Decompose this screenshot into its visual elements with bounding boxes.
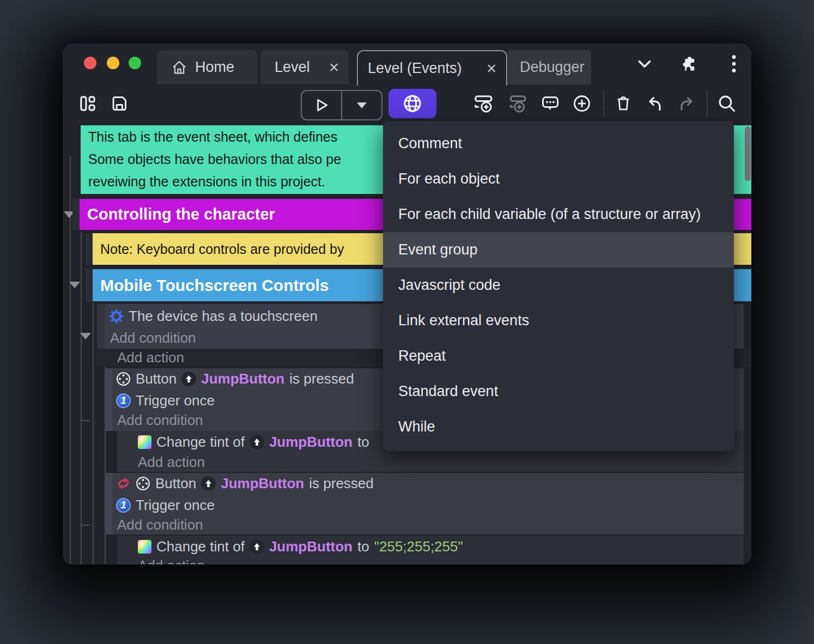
- trigger-once-icon: 1: [116, 498, 131, 513]
- add-condition-button[interactable]: Add condition: [112, 516, 744, 533]
- add-subevent-icon: [507, 93, 528, 114]
- object-thumbnail-icon: [181, 372, 196, 386]
- trigger-once-icon: 1: [116, 393, 131, 408]
- gear-icon: [109, 309, 124, 324]
- delete-button[interactable]: [611, 92, 636, 116]
- add-comment-button[interactable]: [538, 92, 563, 116]
- preview-split-button: [301, 90, 382, 120]
- tab-level[interactable]: Level ×: [260, 50, 349, 84]
- drag-handle[interactable]: [86, 233, 93, 265]
- caret-down-icon: [357, 102, 367, 108]
- kebab-menu-icon: [731, 54, 737, 74]
- group-title: Controlling the character: [87, 205, 275, 223]
- group-title: Mobile Touchscreen Controls: [100, 276, 329, 295]
- minimize-traffic-light[interactable]: [107, 57, 119, 69]
- maximize-traffic-light[interactable]: [129, 57, 141, 69]
- add-subevent-button[interactable]: [505, 92, 530, 116]
- collapse-caret-icon[interactable]: [69, 282, 80, 288]
- note-text: Note: Keyboard controls are provided by: [100, 241, 344, 257]
- condition-row[interactable]: Button JumpButton is pressed: [112, 473, 744, 494]
- toolbar: [63, 84, 751, 123]
- network-preview-button[interactable]: [388, 89, 436, 118]
- add-event-menu: Comment For each object For each child v…: [383, 121, 734, 451]
- object-thumbnail-icon: [250, 539, 264, 554]
- collapse-caret-icon[interactable]: [80, 333, 91, 339]
- condition-row[interactable]: 1 Trigger once: [112, 494, 744, 516]
- close-tab-icon[interactable]: ×: [329, 59, 339, 76]
- tab-home[interactable]: Home: [157, 50, 258, 84]
- indent-tick: [81, 420, 90, 421]
- condition-label: Button: [136, 370, 177, 387]
- event-block-2[interactable]: Button JumpButton is pressed 1 Trigger o…: [105, 473, 744, 534]
- tab-level-events-label: Level (Events): [368, 60, 462, 77]
- toolbar-divider: [603, 90, 604, 117]
- condition-text: Trigger once: [136, 497, 215, 514]
- menu-item-link-external-events[interactable]: Link external events: [383, 303, 734, 338]
- play-preview-button[interactable]: [302, 91, 341, 119]
- action-panel-2[interactable]: Change tint of JumpButton to "255;255;25…: [117, 536, 744, 564]
- object-name: JumpButton: [201, 370, 284, 387]
- layout-panels-icon: [78, 94, 97, 113]
- save-icon: [110, 94, 129, 113]
- search-icon: [717, 94, 737, 113]
- globe-icon: [403, 94, 422, 113]
- menu-item-for-each-child-variable[interactable]: For each child variable (of a structure …: [383, 197, 734, 232]
- indent-guide: [81, 232, 82, 564]
- home-icon: [171, 59, 187, 76]
- window-menu-button[interactable]: [723, 52, 745, 75]
- drag-handle[interactable]: [86, 269, 93, 301]
- object-name: JumpButton: [269, 434, 353, 451]
- gamepad-button-icon: [116, 372, 131, 386]
- condition-predicate: is pressed: [289, 370, 354, 387]
- tab-level-label: Level: [275, 59, 310, 76]
- undo-button[interactable]: [642, 92, 667, 116]
- toolbar-divider: [707, 90, 708, 117]
- menu-item-javascript-code[interactable]: Javascript code: [383, 268, 734, 303]
- chevron-down-icon: [636, 58, 653, 71]
- menu-item-standard-event[interactable]: Standard event: [383, 374, 734, 409]
- menu-item-while[interactable]: While: [383, 409, 734, 445]
- condition-text: Trigger once: [136, 392, 215, 409]
- menu-item-repeat[interactable]: Repeat: [383, 338, 734, 374]
- tint-color-icon: [138, 540, 151, 554]
- scrollbar-thumb[interactable]: [745, 126, 751, 181]
- undo-icon: [645, 94, 665, 113]
- condition-text: The device has a touchscreen: [129, 308, 318, 325]
- plus-circle-icon: [572, 94, 592, 113]
- save-button[interactable]: [107, 92, 131, 116]
- open-project-manager-button[interactable]: [76, 92, 100, 116]
- preview-options-button[interactable]: [342, 91, 381, 119]
- play-icon: [314, 98, 329, 113]
- drag-handle[interactable]: [72, 199, 80, 230]
- tab-debugger-label: Debugger: [520, 59, 585, 76]
- indent-guide: [93, 302, 94, 564]
- action-label: Change tint of: [156, 538, 245, 555]
- close-traffic-light[interactable]: [84, 57, 96, 69]
- add-event-icon: [473, 93, 494, 114]
- action-row[interactable]: Change tint of JumpButton to "255;255;25…: [117, 536, 744, 557]
- search-button[interactable]: [714, 92, 739, 116]
- action-suffix: to: [357, 538, 369, 555]
- comment-bubble-icon: [540, 94, 560, 113]
- menu-item-for-each-object[interactable]: For each object: [383, 161, 734, 197]
- action-value: "255;255;255": [374, 538, 463, 555]
- menu-item-comment[interactable]: Comment: [383, 126, 734, 161]
- tab-home-label: Home: [195, 59, 234, 76]
- object-name: JumpButton: [269, 538, 353, 555]
- choose-event-type-button[interactable]: [569, 92, 594, 116]
- add-event-button[interactable]: [471, 92, 496, 116]
- add-action-button[interactable]: Add action: [117, 557, 744, 564]
- menu-item-event-group[interactable]: Event group: [383, 232, 734, 268]
- tab-level-events[interactable]: Level (Events) ×: [357, 50, 507, 86]
- close-tab-icon[interactable]: ×: [487, 60, 496, 77]
- app-window: Home Level × Level (Events) × Debugger: [63, 44, 751, 564]
- tab-debugger[interactable]: Debugger: [508, 50, 591, 84]
- redo-button[interactable]: [674, 92, 699, 116]
- action-suffix: to: [357, 434, 369, 451]
- tabs-overflow-button[interactable]: [634, 53, 655, 75]
- add-action-button[interactable]: Add action: [117, 453, 744, 472]
- extensions-button[interactable]: [677, 52, 700, 75]
- titlebar: Home Level × Level (Events) × Debugger: [63, 44, 751, 84]
- object-thumbnail-icon: [250, 435, 264, 449]
- object-thumbnail-icon: [201, 476, 216, 491]
